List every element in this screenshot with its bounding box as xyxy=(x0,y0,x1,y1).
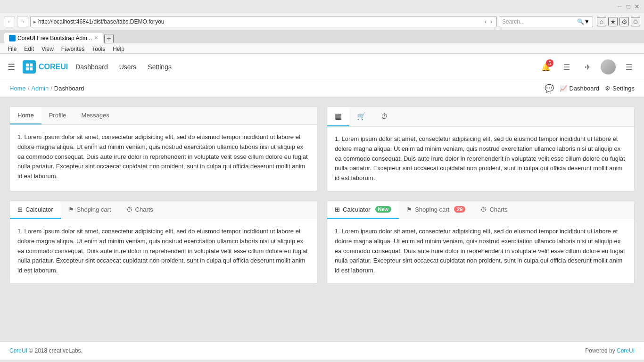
card3-text: 1. Lorem ipsum dolor sit amet, consectet… xyxy=(17,227,309,276)
browser-tabs: CoreUI Free Bootstrap Adm... ✕ + xyxy=(0,30,644,43)
footer-powered-by: Powered by xyxy=(585,347,615,354)
calculator-icon: ⊞ xyxy=(17,206,23,213)
menu-toggle-button[interactable]: ☰ xyxy=(621,59,636,74)
tab-charts-label: Charts xyxy=(135,206,153,213)
card4-body: 1. Lorem ipsum dolor sit amet, consectet… xyxy=(327,219,634,283)
breadcrumb-right: 💬 📈 Dashboard ⚙ Settings xyxy=(545,84,635,93)
menu-tools[interactable]: Tools xyxy=(88,44,109,52)
notification-button[interactable]: 🔔 5 xyxy=(538,59,553,74)
tab-home[interactable]: Home xyxy=(10,107,41,124)
avatar[interactable] xyxy=(601,59,616,74)
url-bar[interactable]: ▸ http://localhost:46841/dist/base/tabs.… xyxy=(30,16,497,27)
footer-brand-link[interactable]: CoreUI xyxy=(9,347,27,354)
tab-calculator2-label: Calculator xyxy=(343,206,371,213)
url-prev-button[interactable]: ‹ xyxy=(483,18,488,25)
search-bar[interactable]: Search... 🔍 ▼ xyxy=(499,16,593,27)
breadcrumb-bar: Home / Admin / Dashboard 💬 📈 Dashboard ⚙… xyxy=(0,80,644,97)
menu-file[interactable]: File xyxy=(4,44,20,52)
svg-rect-3 xyxy=(30,67,33,70)
breadcrumb-chat-button[interactable]: 💬 xyxy=(545,84,554,93)
card3-body: 1. Lorem ipsum dolor sit amet, consectet… xyxy=(10,219,317,283)
browser-tab-active[interactable]: CoreUI Free Bootstrap Adm... ✕ xyxy=(4,32,103,43)
browser-toolbar-icons: ⌂ ★ ⚙ ☺ xyxy=(597,17,640,26)
tab-charts2[interactable]: ⏱ Charts xyxy=(473,201,515,219)
card4-text: 1. Lorem ipsum dolor sit amet, consectet… xyxy=(335,227,627,276)
tab-clock-icon[interactable]: ⏱ xyxy=(373,107,396,126)
tab-shopping-label: Shoping cart xyxy=(77,206,111,213)
gear-settings-icon[interactable]: ⚙ xyxy=(619,17,629,26)
card2-tabs: ▦ 🛒 ⏱ xyxy=(327,107,634,127)
emoji-icon[interactable]: ☺ xyxy=(631,17,640,26)
charts-clock-icon: ⏱ xyxy=(126,206,132,213)
menu-view[interactable]: View xyxy=(38,44,58,52)
tab-close-button[interactable]: ✕ xyxy=(94,35,98,41)
footer-copyright: © 2018 creativeLabs. xyxy=(29,347,83,354)
search-dropdown-icon: ▼ xyxy=(584,18,590,25)
card1-body: 1. Lorem ipsum dolor sit amet, consectet… xyxy=(10,125,317,189)
breadcrumb: Home / Admin / Dashboard xyxy=(9,85,84,92)
browser-menubar: File Edit View Favorites Tools Help xyxy=(0,43,644,54)
app-footer: CoreUI © 2018 creativeLabs. Powered by C… xyxy=(0,341,644,360)
charts2-clock-icon: ⏱ xyxy=(480,206,487,213)
breadcrumb-dashboard-link[interactable]: 📈 Dashboard xyxy=(560,85,599,92)
app-logo: COREUI xyxy=(23,60,68,74)
shopping2-icon: ⚑ xyxy=(406,206,412,213)
breadcrumb-home[interactable]: Home xyxy=(9,85,26,92)
svg-rect-2 xyxy=(26,67,29,70)
menu-favorites[interactable]: Favorites xyxy=(58,44,88,52)
url-icon: ▸ xyxy=(33,19,36,25)
search-placeholder: Search... xyxy=(502,18,577,25)
tab-calculator[interactable]: ⊞ Calculator xyxy=(10,201,61,219)
nav-settings[interactable]: Settings xyxy=(148,59,172,74)
app-nav: Dashboard Users Settings xyxy=(75,59,538,74)
menu-help[interactable]: Help xyxy=(109,44,128,52)
tab-charts[interactable]: ⏱ Charts xyxy=(119,201,161,219)
settings-icon: ⚙ xyxy=(605,85,611,92)
browser-chrome: ─ □ ✕ ← → ▸ http://localhost:46841/dist/… xyxy=(0,0,644,54)
url-text: http://localhost:46841/dist/base/tabs.DE… xyxy=(38,18,483,25)
location-icon-button[interactable]: ✈ xyxy=(580,59,595,74)
calculator2-icon: ⊞ xyxy=(335,206,340,213)
maximize-button[interactable]: □ xyxy=(625,3,632,10)
card3-tabs: ⊞ Calculator ⚑ Shoping cart ⏱ Charts xyxy=(10,201,317,219)
badge-new: New xyxy=(375,206,392,213)
breadcrumb-settings-link[interactable]: ⚙ Settings xyxy=(605,85,635,92)
tab-cart-icon[interactable]: 🛒 xyxy=(349,107,373,126)
tab-table-icon[interactable]: ▦ xyxy=(327,107,349,126)
logo-icon xyxy=(23,60,36,74)
home-icon[interactable]: ⌂ xyxy=(597,17,606,26)
minimize-button[interactable]: ─ xyxy=(617,3,623,10)
new-tab-button[interactable]: + xyxy=(104,34,114,43)
tab-profile-label: Profile xyxy=(49,112,66,119)
tab-messages[interactable]: Messages xyxy=(74,107,117,124)
browser-toolbar: ← → ▸ http://localhost:46841/dist/base/t… xyxy=(0,13,644,30)
tab-calculator-label: Calculator xyxy=(25,206,53,213)
app-header: ☰ COREUI Dashboard Users Settings 🔔 5 ☰ … xyxy=(0,54,644,80)
favorites-star-icon[interactable]: ★ xyxy=(608,17,618,26)
forward-button[interactable]: → xyxy=(17,16,28,27)
menu-edit[interactable]: Edit xyxy=(20,44,38,52)
url-next-button[interactable]: › xyxy=(489,18,494,25)
card-text-tabs: Home Profile Messages 1. Lorem ipsum dol… xyxy=(9,107,317,191)
tab-calculator-new[interactable]: ⊞ Calculator New xyxy=(327,201,399,219)
card2-text: 1. Lorem ipsum dolor sit amet, consectet… xyxy=(335,134,627,183)
tab-title: CoreUI Free Bootstrap Adm... xyxy=(17,35,92,41)
hamburger-button[interactable]: ☰ xyxy=(8,62,15,72)
list-icon-button[interactable]: ☰ xyxy=(559,59,574,74)
notification-badge: 5 xyxy=(546,59,553,67)
header-right: 🔔 5 ☰ ✈ ☰ xyxy=(538,59,636,74)
close-button[interactable]: ✕ xyxy=(634,3,640,10)
tab-profile[interactable]: Profile xyxy=(41,107,74,124)
search-icon: 🔍 xyxy=(577,18,584,25)
tab-home-label: Home xyxy=(17,112,34,119)
card-calculator-tabs: ⊞ Calculator ⚑ Shoping cart ⏱ Charts 1. … xyxy=(9,201,317,284)
nav-dashboard[interactable]: Dashboard xyxy=(75,59,108,74)
back-button[interactable]: ← xyxy=(4,16,15,27)
tab-shopping-cart[interactable]: ⚑ Shoping cart xyxy=(61,201,119,219)
card4-tabs: ⊞ Calculator New ⚑ Shoping cart 29 ⏱ Cha… xyxy=(327,201,634,219)
tab-shopping-cart-badged[interactable]: ⚑ Shoping cart 29 xyxy=(399,201,473,219)
breadcrumb-admin[interactable]: Admin xyxy=(31,85,49,92)
main-content: Home Profile Messages 1. Lorem ipsum dol… xyxy=(0,97,644,341)
nav-users[interactable]: Users xyxy=(119,59,137,74)
footer-powered-link[interactable]: CoreUI xyxy=(617,347,635,354)
